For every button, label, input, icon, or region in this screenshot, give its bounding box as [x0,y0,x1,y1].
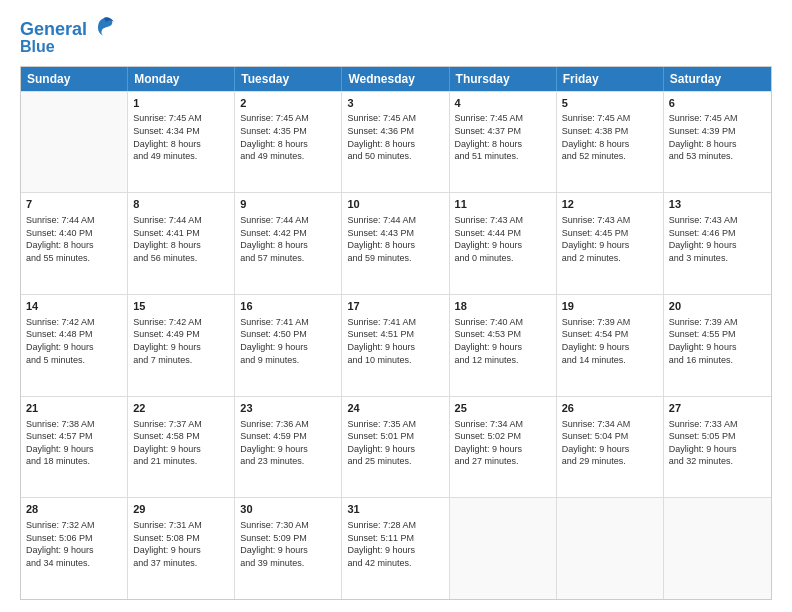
day-info: Sunrise: 7:44 AM Sunset: 4:42 PM Dayligh… [240,214,336,264]
day-cell-28: 28Sunrise: 7:32 AM Sunset: 5:06 PM Dayli… [21,498,128,599]
day-info: Sunrise: 7:45 AM Sunset: 4:37 PM Dayligh… [455,112,551,162]
day-info: Sunrise: 7:40 AM Sunset: 4:53 PM Dayligh… [455,316,551,366]
day-number: 24 [347,401,443,416]
empty-cell [664,498,771,599]
day-cell-20: 20Sunrise: 7:39 AM Sunset: 4:55 PM Dayli… [664,295,771,396]
day-number: 16 [240,299,336,314]
day-cell-8: 8Sunrise: 7:44 AM Sunset: 4:41 PM Daylig… [128,193,235,294]
day-number: 29 [133,502,229,517]
day-cell-13: 13Sunrise: 7:43 AM Sunset: 4:46 PM Dayli… [664,193,771,294]
calendar-row-3: 21Sunrise: 7:38 AM Sunset: 4:57 PM Dayli… [21,396,771,498]
day-number: 25 [455,401,551,416]
day-cell-22: 22Sunrise: 7:37 AM Sunset: 4:58 PM Dayli… [128,397,235,498]
weekday-header-tuesday: Tuesday [235,67,342,91]
empty-cell [557,498,664,599]
day-info: Sunrise: 7:36 AM Sunset: 4:59 PM Dayligh… [240,418,336,468]
day-cell-15: 15Sunrise: 7:42 AM Sunset: 4:49 PM Dayli… [128,295,235,396]
day-number: 9 [240,197,336,212]
day-cell-27: 27Sunrise: 7:33 AM Sunset: 5:05 PM Dayli… [664,397,771,498]
calendar-grid: SundayMondayTuesdayWednesdayThursdayFrid… [20,66,772,600]
day-info: Sunrise: 7:44 AM Sunset: 4:41 PM Dayligh… [133,214,229,264]
day-cell-24: 24Sunrise: 7:35 AM Sunset: 5:01 PM Dayli… [342,397,449,498]
day-info: Sunrise: 7:41 AM Sunset: 4:51 PM Dayligh… [347,316,443,366]
day-cell-19: 19Sunrise: 7:39 AM Sunset: 4:54 PM Dayli… [557,295,664,396]
day-cell-23: 23Sunrise: 7:36 AM Sunset: 4:59 PM Dayli… [235,397,342,498]
day-cell-25: 25Sunrise: 7:34 AM Sunset: 5:02 PM Dayli… [450,397,557,498]
day-info: Sunrise: 7:45 AM Sunset: 4:39 PM Dayligh… [669,112,766,162]
day-info: Sunrise: 7:34 AM Sunset: 5:02 PM Dayligh… [455,418,551,468]
weekday-header-friday: Friday [557,67,664,91]
day-number: 2 [240,96,336,111]
day-number: 3 [347,96,443,111]
day-number: 1 [133,96,229,111]
day-cell-6: 6Sunrise: 7:45 AM Sunset: 4:39 PM Daylig… [664,92,771,193]
day-cell-4: 4Sunrise: 7:45 AM Sunset: 4:37 PM Daylig… [450,92,557,193]
day-info: Sunrise: 7:39 AM Sunset: 4:55 PM Dayligh… [669,316,766,366]
logo-blue-text: Blue [20,38,55,56]
calendar-header: SundayMondayTuesdayWednesdayThursdayFrid… [21,67,771,91]
day-number: 14 [26,299,122,314]
calendar-row-4: 28Sunrise: 7:32 AM Sunset: 5:06 PM Dayli… [21,497,771,599]
day-cell-10: 10Sunrise: 7:44 AM Sunset: 4:43 PM Dayli… [342,193,449,294]
day-number: 15 [133,299,229,314]
calendar-body: 1Sunrise: 7:45 AM Sunset: 4:34 PM Daylig… [21,91,771,599]
calendar-row-0: 1Sunrise: 7:45 AM Sunset: 4:34 PM Daylig… [21,91,771,193]
day-cell-3: 3Sunrise: 7:45 AM Sunset: 4:36 PM Daylig… [342,92,449,193]
empty-cell [21,92,128,193]
day-number: 10 [347,197,443,212]
day-number: 22 [133,401,229,416]
day-info: Sunrise: 7:44 AM Sunset: 4:40 PM Dayligh… [26,214,122,264]
day-info: Sunrise: 7:39 AM Sunset: 4:54 PM Dayligh… [562,316,658,366]
calendar-row-1: 7Sunrise: 7:44 AM Sunset: 4:40 PM Daylig… [21,192,771,294]
day-number: 13 [669,197,766,212]
day-info: Sunrise: 7:45 AM Sunset: 4:36 PM Dayligh… [347,112,443,162]
logo-bird-icon [90,14,118,42]
day-info: Sunrise: 7:32 AM Sunset: 5:06 PM Dayligh… [26,519,122,569]
day-info: Sunrise: 7:41 AM Sunset: 4:50 PM Dayligh… [240,316,336,366]
day-cell-5: 5Sunrise: 7:45 AM Sunset: 4:38 PM Daylig… [557,92,664,193]
weekday-header-thursday: Thursday [450,67,557,91]
day-number: 26 [562,401,658,416]
day-cell-1: 1Sunrise: 7:45 AM Sunset: 4:34 PM Daylig… [128,92,235,193]
logo: General Blue [20,18,118,56]
day-cell-26: 26Sunrise: 7:34 AM Sunset: 5:04 PM Dayli… [557,397,664,498]
empty-cell [450,498,557,599]
day-info: Sunrise: 7:31 AM Sunset: 5:08 PM Dayligh… [133,519,229,569]
weekday-header-wednesday: Wednesday [342,67,449,91]
day-info: Sunrise: 7:42 AM Sunset: 4:48 PM Dayligh… [26,316,122,366]
day-info: Sunrise: 7:43 AM Sunset: 4:44 PM Dayligh… [455,214,551,264]
day-number: 30 [240,502,336,517]
day-cell-11: 11Sunrise: 7:43 AM Sunset: 4:44 PM Dayli… [450,193,557,294]
day-cell-12: 12Sunrise: 7:43 AM Sunset: 4:45 PM Dayli… [557,193,664,294]
day-info: Sunrise: 7:42 AM Sunset: 4:49 PM Dayligh… [133,316,229,366]
day-info: Sunrise: 7:28 AM Sunset: 5:11 PM Dayligh… [347,519,443,569]
day-info: Sunrise: 7:38 AM Sunset: 4:57 PM Dayligh… [26,418,122,468]
day-cell-21: 21Sunrise: 7:38 AM Sunset: 4:57 PM Dayli… [21,397,128,498]
day-number: 20 [669,299,766,314]
day-info: Sunrise: 7:45 AM Sunset: 4:34 PM Dayligh… [133,112,229,162]
day-info: Sunrise: 7:45 AM Sunset: 4:35 PM Dayligh… [240,112,336,162]
day-number: 17 [347,299,443,314]
day-number: 19 [562,299,658,314]
day-info: Sunrise: 7:37 AM Sunset: 4:58 PM Dayligh… [133,418,229,468]
day-cell-18: 18Sunrise: 7:40 AM Sunset: 4:53 PM Dayli… [450,295,557,396]
day-info: Sunrise: 7:45 AM Sunset: 4:38 PM Dayligh… [562,112,658,162]
day-cell-29: 29Sunrise: 7:31 AM Sunset: 5:08 PM Dayli… [128,498,235,599]
calendar-row-2: 14Sunrise: 7:42 AM Sunset: 4:48 PM Dayli… [21,294,771,396]
day-number: 11 [455,197,551,212]
day-number: 4 [455,96,551,111]
calendar-page: General Blue SundayMondayTuesdayWednesda… [0,0,792,612]
day-cell-30: 30Sunrise: 7:30 AM Sunset: 5:09 PM Dayli… [235,498,342,599]
weekday-header-sunday: Sunday [21,67,128,91]
day-info: Sunrise: 7:34 AM Sunset: 5:04 PM Dayligh… [562,418,658,468]
day-cell-31: 31Sunrise: 7:28 AM Sunset: 5:11 PM Dayli… [342,498,449,599]
day-info: Sunrise: 7:43 AM Sunset: 4:45 PM Dayligh… [562,214,658,264]
weekday-header-saturday: Saturday [664,67,771,91]
day-number: 28 [26,502,122,517]
day-info: Sunrise: 7:33 AM Sunset: 5:05 PM Dayligh… [669,418,766,468]
day-number: 6 [669,96,766,111]
day-info: Sunrise: 7:35 AM Sunset: 5:01 PM Dayligh… [347,418,443,468]
day-cell-16: 16Sunrise: 7:41 AM Sunset: 4:50 PM Dayli… [235,295,342,396]
day-number: 7 [26,197,122,212]
day-cell-17: 17Sunrise: 7:41 AM Sunset: 4:51 PM Dayli… [342,295,449,396]
